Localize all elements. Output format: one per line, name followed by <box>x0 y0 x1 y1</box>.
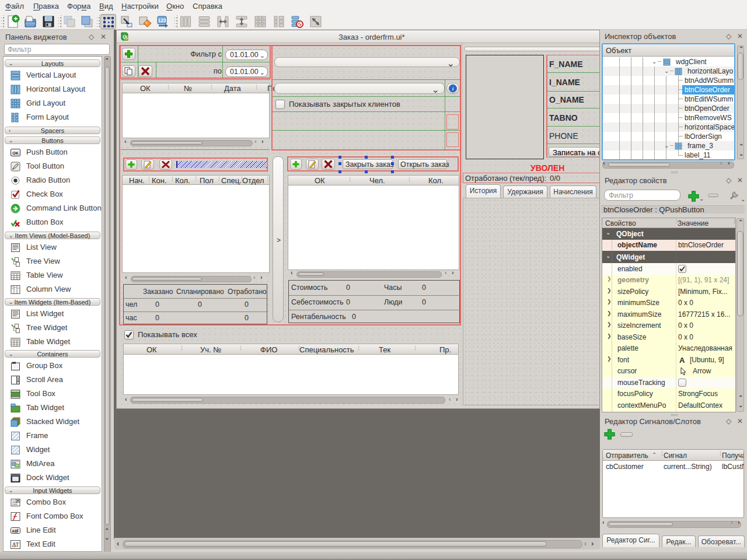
svg-text:A̲T: A̲T <box>12 541 19 548</box>
svg-text:OK: OK <box>12 151 19 155</box>
svg-text:123: 123 <box>158 18 166 23</box>
svg-text:AB: AB <box>12 529 18 533</box>
